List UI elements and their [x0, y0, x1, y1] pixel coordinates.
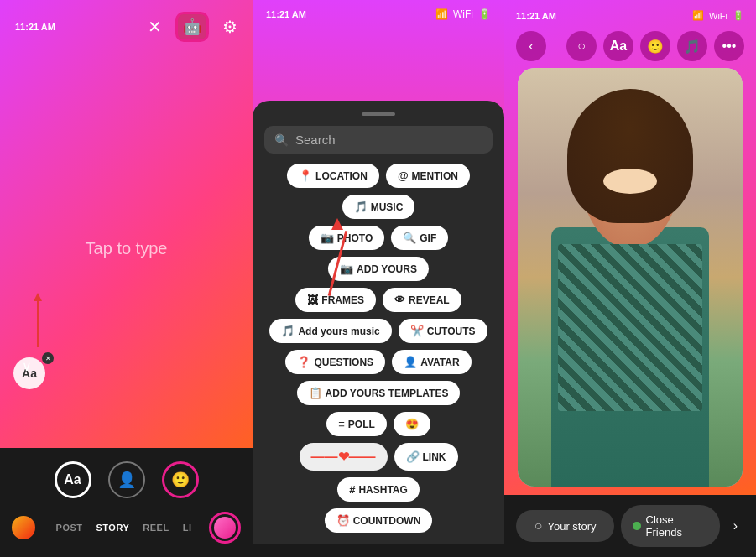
sticker-emoji-heart-eyes[interactable]: 😍	[394, 412, 430, 436]
sticker-cutouts[interactable]: ✂️ CUTOUTS	[399, 319, 487, 343]
sticker-mention[interactable]: @ MENTION	[386, 164, 470, 188]
arrow-shaft	[37, 301, 39, 347]
sticker-location-label: LOCATION	[315, 170, 368, 182]
sticker-add-yours-templates[interactable]: 📋 ADD YOURS TEMPLATES	[297, 381, 461, 405]
aa-icon: Aa	[64, 472, 81, 487]
hair-shape	[567, 89, 693, 223]
sticker-icon-highlighted[interactable]: 🤖	[175, 12, 209, 42]
record-button[interactable]	[209, 512, 241, 544]
text-tool-button[interactable]: Aa	[55, 461, 91, 498]
circle-icon: ○	[577, 39, 586, 54]
music-tool-button-3[interactable]: 🎵	[677, 31, 707, 61]
close-friends-button[interactable]: Close Friends	[621, 505, 719, 547]
sticker-gif-label: GIF	[420, 232, 436, 244]
search-placeholder: Search	[295, 133, 336, 147]
sticker-row-4: 🎵 Add yours music ✂️ CUTOUTS	[264, 319, 493, 343]
questions-icon: ❓	[297, 356, 310, 368]
sticker-row-7: ——❤—— 🔗 LINK # HASHTAG	[264, 443, 493, 502]
aa-icon-3: Aa	[610, 39, 627, 54]
sticker-slider[interactable]: ——❤——	[300, 443, 388, 471]
next-button[interactable]: ›	[727, 512, 744, 540]
sticker-tool-button[interactable]: 🙂	[162, 461, 199, 498]
sticker-photo-label: PHOTO	[337, 232, 373, 244]
nav-tabs: POST STORY REEL LI	[48, 523, 201, 533]
photo-card	[518, 68, 743, 487]
story-thumbnail	[12, 516, 35, 539]
sticker-row-6: 📋 ADD YOURS TEMPLATES ≡ POLL 😍	[264, 381, 493, 436]
photo-icon: 📷	[321, 232, 334, 244]
sticker-questions[interactable]: ❓ QUESTIONS	[285, 350, 385, 374]
sticker-hashtag-label: HASHTAG	[358, 484, 407, 496]
sticker-add-yours[interactable]: 📷 ADD YOURS	[328, 257, 429, 281]
status-icons: 📶 WiFi 🔋	[435, 8, 491, 20]
close-button[interactable]: ✕	[148, 17, 162, 37]
status-time-1: 11:21 AM	[15, 22, 55, 32]
sticker-frames[interactable]: 🖼 FRAMES	[295, 288, 376, 312]
sticker-mention-label: MENTION	[412, 170, 458, 182]
sticker-add-yours-music[interactable]: 🎵 Add yours music	[269, 319, 391, 343]
sticker-photo[interactable]: 📷 PHOTO	[309, 226, 384, 250]
location-icon: 📍	[299, 169, 312, 182]
frames-icon: 🖼	[307, 294, 318, 306]
tab-story[interactable]: STORY	[96, 523, 130, 533]
panel2-status-bar: 11:21 AM 📶 WiFi 🔋	[253, 0, 504, 23]
your-story-button[interactable]: ○ Your story	[516, 510, 614, 542]
sticker-gif[interactable]: 🔍 GIF	[391, 226, 448, 250]
sticker-poll[interactable]: ≡ POLL	[326, 412, 387, 436]
sticker-add-yours-label: ADD YOURS	[357, 263, 417, 275]
sticker-avatar[interactable]: 👤 AVATAR	[392, 350, 471, 374]
arrow-head	[34, 293, 42, 301]
add-yours-icon: 📷	[340, 263, 353, 275]
avatar-icon: 👤	[404, 356, 417, 368]
sticker-templates-label: ADD YOURS TEMPLATES	[326, 388, 449, 399]
search-bar[interactable]: 🔍 Search	[264, 126, 493, 154]
sticker-location[interactable]: 📍 LOCATION	[287, 164, 379, 188]
mention-icon: @	[398, 169, 409, 182]
sticker-face-icon-3: 🙂	[647, 39, 664, 55]
battery-icon-3: 🔋	[733, 10, 744, 21]
hashtag-icon: #	[349, 483, 355, 496]
settings-icon[interactable]: ⚙	[222, 17, 237, 37]
tap-to-type-label[interactable]: Tap to type	[86, 239, 168, 258]
chevron-left-icon: ‹	[529, 39, 533, 54]
tab-post[interactable]: POST	[56, 523, 83, 533]
ellipsis-icon: •••	[722, 39, 737, 54]
profile-mention-button[interactable]: 👤	[108, 461, 145, 498]
sticker-reveal[interactable]: 👁 REVEAL	[383, 288, 461, 312]
sticker-row-1: 📍 LOCATION @ MENTION 🎵 MUSIC	[264, 164, 493, 219]
sticker-poll-label: POLL	[348, 419, 375, 430]
wifi-icon: WiFi	[453, 8, 473, 20]
back-button[interactable]: ‹	[516, 31, 546, 61]
sticker-row-5: ❓ QUESTIONS 👤 AVATAR	[264, 350, 493, 374]
countdown-icon: ⏰	[336, 514, 350, 527]
status-time-3: 11:21 AM	[516, 11, 556, 21]
tab-reel[interactable]: REEL	[143, 523, 169, 533]
more-options-button[interactable]: •••	[714, 31, 744, 61]
tab-live[interactable]: LI	[183, 523, 192, 533]
templates-icon: 📋	[309, 387, 322, 399]
sticker-row-2: 📷 PHOTO 🔍 GIF 📷 ADD YOURS	[264, 226, 493, 281]
signal-icon-3: 📶	[692, 10, 704, 21]
emoji-heart-eyes-icon: 😍	[405, 418, 419, 430]
text-tool-button-3[interactable]: Aa	[603, 31, 633, 61]
story-icon-container	[12, 516, 39, 539]
poll-icon: ≡	[338, 418, 345, 430]
aa-close-icon[interactable]: ✕	[42, 352, 54, 364]
link-icon: 🔗	[406, 450, 420, 463]
panel3-top-bar: 11:21 AM 📶 WiFi 🔋	[504, 0, 756, 28]
circle-outline-icon: ○	[534, 518, 543, 534]
sticker-link[interactable]: 🔗 LINK	[394, 443, 458, 471]
panel3-status-icons: 📶 WiFi 🔋	[692, 10, 744, 21]
sticker-hashtag[interactable]: # HASHTAG	[337, 477, 420, 502]
sticker-music[interactable]: 🎵 MUSIC	[342, 195, 415, 219]
circle-tool-button[interactable]: ○	[566, 31, 597, 61]
sticker-countdown[interactable]: ⏰ COUNTDOWN	[325, 508, 433, 533]
arrow-indicator	[34, 293, 42, 347]
sticker-frames-label: FRAMES	[321, 294, 364, 306]
photo-area	[504, 68, 756, 495]
panel1-bottom-bar: Aa 👤 🙂 POST STORY REEL LI	[0, 448, 253, 557]
sticker-tool-button-3[interactable]: 🙂	[640, 31, 670, 61]
panel3-bottom-bar: ○ Your story Close Friends ›	[504, 495, 756, 557]
close-friends-label: Close Friends	[646, 513, 708, 539]
drag-handle[interactable]	[362, 112, 395, 116]
